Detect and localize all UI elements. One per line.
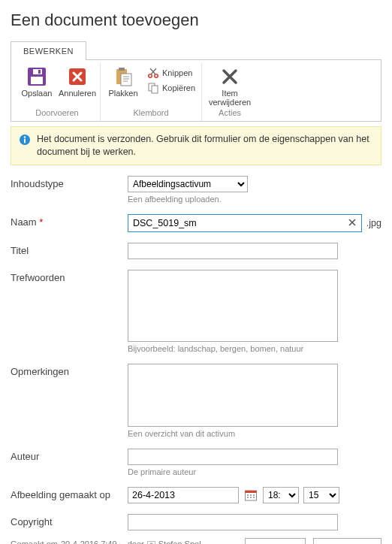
cut-icon bbox=[147, 67, 159, 79]
user-icon bbox=[147, 541, 155, 545]
date-picker-button[interactable] bbox=[243, 488, 258, 503]
help-trefwoorden: Bijvoorbeeld: landschap, bergen, bomen, … bbox=[128, 344, 381, 353]
required-marker: * bbox=[39, 216, 43, 228]
label-auteur: Auteur bbox=[11, 449, 128, 462]
label-afbeelding-gemaakt-op: Afbeelding gemaakt op bbox=[11, 487, 128, 500]
page-title: Een document toevoegen bbox=[11, 11, 381, 30]
ribbon-group-acties: Item verwijderen Acties bbox=[202, 63, 258, 121]
svg-rect-14 bbox=[24, 139, 26, 144]
info-icon bbox=[19, 134, 31, 146]
save-button[interactable]: Opslaan bbox=[19, 65, 55, 98]
svg-rect-2 bbox=[33, 69, 42, 74]
created-prefix: Gemaakt om bbox=[11, 538, 58, 544]
close-icon bbox=[348, 219, 356, 226]
ribbon-group-klembord: Plakken Knippen Kopiëren bbox=[101, 63, 202, 121]
delete-icon bbox=[219, 66, 240, 87]
tab-bewerken[interactable]: BEWERKEN bbox=[11, 41, 86, 60]
created-datetime: 20-4-2016 7:49 bbox=[61, 538, 117, 544]
cancel-button-label: Annuleren bbox=[59, 89, 96, 98]
ribbon-tabstrip: BEWERKEN bbox=[11, 41, 381, 60]
calendar-icon bbox=[244, 488, 258, 502]
label-titel: Titel bbox=[11, 243, 128, 256]
ribbon-group-klembord-label: Klembord bbox=[105, 107, 197, 119]
copy-icon bbox=[147, 82, 159, 94]
label-copyright: Copyright bbox=[11, 514, 128, 527]
created-user: Stefan Spel bbox=[158, 538, 201, 544]
ribbon-group-doorvoeren: Opslaan Annuleren Doorvoeren bbox=[14, 63, 101, 121]
delete-item-label-2: verwijderen bbox=[209, 98, 251, 107]
created-by-label: door bbox=[128, 538, 144, 544]
svg-rect-3 bbox=[38, 70, 41, 74]
ribbon: Opslaan Annuleren Doorvoeren Plak bbox=[11, 60, 381, 122]
date-input[interactable] bbox=[128, 487, 239, 503]
file-extension: .jpg bbox=[366, 218, 381, 228]
cut-button-label: Knippen bbox=[162, 68, 192, 77]
label-naam: Naam * bbox=[11, 214, 128, 228]
delete-item-button[interactable]: Item verwijderen bbox=[207, 65, 253, 107]
copy-button[interactable]: Kopiëren bbox=[146, 81, 197, 95]
form-cancel-button[interactable]: Annuleren bbox=[313, 538, 381, 544]
hour-select[interactable]: 18: bbox=[263, 487, 299, 503]
trefwoorden-textarea[interactable] bbox=[128, 270, 338, 342]
clear-name-button[interactable] bbox=[345, 216, 359, 229]
cancel-button[interactable]: Annuleren bbox=[59, 65, 95, 98]
label-opmerkingen: Opmerkingen bbox=[11, 364, 128, 377]
svg-rect-1 bbox=[31, 77, 43, 84]
copyright-input[interactable] bbox=[128, 514, 338, 530]
help-opmerkingen: Een overzicht van dit activum bbox=[128, 429, 381, 438]
paste-icon bbox=[113, 66, 134, 87]
metadata: Gemaakt om 20-4-2016 7:49 door Stefan Sp… bbox=[11, 538, 224, 544]
auteur-input[interactable] bbox=[128, 449, 338, 465]
help-auteur: De primaire auteur bbox=[128, 467, 381, 476]
svg-rect-6 bbox=[119, 68, 125, 71]
svg-rect-11 bbox=[152, 86, 158, 93]
ribbon-group-acties-label: Acties bbox=[207, 107, 253, 119]
titel-input[interactable] bbox=[128, 243, 338, 259]
label-inhoudstype: Inhoudstype bbox=[11, 176, 128, 189]
paste-button[interactable]: Plakken bbox=[105, 65, 141, 98]
svg-rect-7 bbox=[121, 74, 131, 86]
help-inhoudstype: Een afbeelding uploaden. bbox=[128, 195, 381, 204]
paste-button-label: Plakken bbox=[108, 89, 137, 98]
svg-rect-16 bbox=[246, 491, 257, 493]
footer: Gemaakt om 20-4-2016 7:49 door Stefan Sp… bbox=[11, 538, 381, 544]
save-button-label: Opslaan bbox=[22, 89, 53, 98]
naam-input[interactable] bbox=[128, 214, 362, 232]
delete-item-label-1: Item bbox=[222, 89, 237, 98]
cut-button[interactable]: Knippen bbox=[146, 66, 197, 80]
svg-point-13 bbox=[24, 136, 26, 138]
ribbon-group-doorvoeren-label: Doorvoeren bbox=[19, 107, 95, 119]
opmerkingen-textarea[interactable] bbox=[128, 364, 338, 427]
copy-button-label: Kopiëren bbox=[162, 83, 195, 92]
minute-select[interactable]: 15 bbox=[303, 487, 339, 503]
info-banner: Het document is verzonden. Gebruik dit f… bbox=[11, 126, 381, 165]
form-save-button[interactable]: Opslaan bbox=[245, 538, 306, 544]
cancel-icon bbox=[67, 66, 88, 87]
inhoudstype-select[interactable]: Afbeeldingsactivum bbox=[128, 176, 248, 192]
label-trefwoorden: Trefwoorden bbox=[11, 270, 128, 283]
save-icon bbox=[26, 66, 47, 87]
properties-form: Inhoudstype Afbeeldingsactivum Een afbee… bbox=[11, 176, 381, 530]
info-banner-text: Het document is verzonden. Gebruik dit f… bbox=[37, 133, 373, 159]
